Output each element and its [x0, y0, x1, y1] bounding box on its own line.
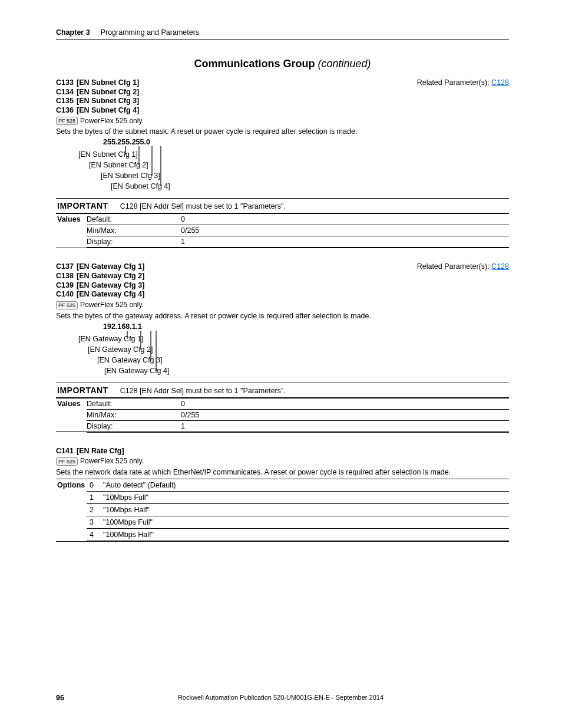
- param-code: C133: [56, 78, 77, 88]
- option-text: "Auto detect" (Default): [103, 479, 509, 492]
- value-minmax: 0/255: [181, 409, 509, 420]
- gateway-param-list: C137[EN Gateway Cfg 1] C138[EN Gateway C…: [56, 262, 144, 299]
- rate-options-table: Options 0 "Auto detect" (Default) 1 "10M…: [56, 479, 509, 542]
- subnet-param-header: C133[EN Subnet Cfg 1] C134[EN Subnet Cfg…: [56, 78, 509, 116]
- important-label: IMPORTANT: [56, 386, 120, 395]
- group-title: Communications Group (continued): [56, 58, 509, 70]
- value-key-display: Display:: [87, 236, 181, 248]
- related-label: Related Parameter(s):: [417, 262, 491, 271]
- related-link[interactable]: C128: [491, 262, 509, 271]
- gateway-bracket-diagram: [EN Gateway Cfg 1] [EN Gateway Cfg 2] [E…: [78, 331, 190, 381]
- page-header: Chapter 3 Programming and Parameters: [0, 0, 562, 40]
- values-header: Values: [56, 214, 87, 248]
- param-name: [EN Subnet Cfg 3]: [77, 97, 139, 105]
- subnet-important-note: IMPORTANT C128 [EN Addr Sel] must be set…: [56, 198, 509, 213]
- param-code: C138: [56, 272, 77, 281]
- option-text: "10Mbps Full": [103, 492, 509, 504]
- value-display: 1: [181, 420, 509, 432]
- gateway-important-note: IMPORTANT C128 [EN Addr Sel] must be set…: [56, 383, 509, 398]
- subnet-param-list: C133[EN Subnet Cfg 1] C134[EN Subnet Cfg…: [56, 78, 139, 116]
- param-name: [EN Subnet Cfg 1]: [77, 78, 139, 87]
- param-name: [EN Gateway Cfg 1]: [77, 262, 144, 271]
- pf525-only-text: PowerFlex 525 only.: [80, 117, 144, 125]
- related-link[interactable]: C128: [491, 78, 509, 87]
- pf525-badge-icon: PF 525: [56, 117, 78, 125]
- rate-param-list: C141[EN Rate Cfg]: [56, 447, 509, 456]
- param-code: C134: [56, 88, 77, 97]
- chapter-label: Chapter 3: [56, 28, 90, 37]
- pf525-only-note: PF 525PowerFlex 525 only.: [56, 301, 509, 309]
- diagram-label: [EN Gateway Cfg 3]: [97, 356, 162, 364]
- pf525-badge-icon: PF 525: [56, 301, 78, 309]
- option-text: "100Mbps Half": [103, 529, 509, 542]
- publication-info: Rockwell Automation Publication 520-UM00…: [64, 694, 497, 702]
- related-parameters: Related Parameter(s): C128: [417, 78, 509, 87]
- gateway-param-header: C137[EN Gateway Cfg 1] C138[EN Gateway C…: [56, 262, 509, 299]
- pf525-badge-icon: PF 525: [56, 457, 78, 466]
- param-code: C137: [56, 262, 77, 272]
- important-text: C128 [EN Addr Sel] must be set to 1 "Par…: [120, 386, 286, 395]
- value-key-display: Display:: [87, 420, 181, 432]
- gateway-values-table: Values Default: 0 Min/Max: 0/255 Display…: [56, 398, 509, 433]
- param-name: [EN Gateway Cfg 3]: [77, 281, 144, 289]
- option-index: 4: [87, 529, 103, 542]
- subnet-description: Sets the bytes of the subnet mask. A res…: [56, 127, 509, 136]
- related-label: Related Parameter(s):: [417, 78, 491, 87]
- rate-description: Sets the network data rate at which Ethe…: [56, 468, 509, 476]
- option-index: 0: [87, 479, 103, 492]
- value-key-minmax: Min/Max:: [87, 225, 181, 236]
- option-index: 2: [87, 504, 103, 516]
- pf525-only-note: PF 525PowerFlex 525 only.: [56, 117, 509, 126]
- value-key-default: Default:: [87, 398, 181, 409]
- option-index: 1: [87, 492, 103, 504]
- gateway-ip-value: 192.168.1.1: [103, 322, 509, 331]
- pf525-only-note: PF 525PowerFlex 525 only.: [56, 457, 509, 466]
- subnet-values-table: Values Default: 0 Min/Max: 0/255 Display…: [56, 213, 509, 248]
- gateway-description: Sets the bytes of the gateway address. A…: [56, 312, 509, 320]
- important-label: IMPORTANT: [56, 201, 120, 210]
- subnet-bracket-diagram: [EN Subnet Cfg 1] [EN Subnet Cfg 2] [EN …: [78, 146, 184, 197]
- page-footer: 96 Rockwell Automation Publication 520-U…: [56, 694, 509, 702]
- diagram-label: [EN Gateway Cfg 4]: [104, 367, 169, 375]
- important-text: C128 [EN Addr Sel] must be set to 1 "Par…: [120, 201, 286, 210]
- option-text: "10Mbps Half": [103, 504, 509, 516]
- values-header: Values: [56, 398, 87, 432]
- value-display: 1: [181, 236, 509, 248]
- diagram-label: [EN Subnet Cfg 2]: [89, 161, 148, 169]
- group-title-continued: (continued): [318, 58, 371, 70]
- param-code: C140: [56, 290, 77, 299]
- option-index: 3: [87, 516, 103, 529]
- param-code: C136: [56, 106, 77, 116]
- header-row: Chapter 3 Programming and Parameters: [56, 28, 509, 40]
- diagram-label: [EN Subnet Cfg 3]: [101, 172, 160, 180]
- chapter-title: Programming and Parameters: [101, 28, 199, 37]
- related-parameters: Related Parameter(s): C128: [417, 262, 509, 271]
- subnet-ip-value: 255.255.255.0: [103, 138, 509, 146]
- param-code: C135: [56, 97, 77, 106]
- pf525-only-text: PowerFlex 525 only.: [80, 301, 144, 309]
- param-code: C139: [56, 281, 77, 291]
- group-title-text: Communications Group: [194, 58, 315, 70]
- diagram-label: [EN Gateway Cfg 2]: [88, 345, 153, 354]
- value-key-minmax: Min/Max:: [87, 409, 181, 420]
- value-default: 0: [181, 398, 509, 409]
- param-name: [EN Gateway Cfg 4]: [77, 290, 144, 298]
- gateway-ip-diagram: 192.168.1.1 [EN Gateway Cfg 1] [EN Gatew…: [74, 322, 509, 381]
- pf525-only-text: PowerFlex 525 only.: [80, 457, 144, 465]
- param-name: [EN Subnet Cfg 2]: [77, 88, 139, 96]
- param-name: [EN Gateway Cfg 2]: [77, 272, 144, 280]
- diagram-label: [EN Subnet Cfg 4]: [111, 182, 170, 190]
- diagram-label: [EN Gateway Cfg 1]: [78, 335, 143, 343]
- value-key-default: Default:: [87, 214, 181, 225]
- options-header: Options: [56, 479, 87, 542]
- option-text: "100Mbps Full": [103, 516, 509, 529]
- page-number: 96: [56, 694, 64, 702]
- param-name: [EN Subnet Cfg 4]: [77, 106, 139, 114]
- param-name: [EN Rate Cfg]: [77, 447, 124, 455]
- diagram-label: [EN Subnet Cfg 1]: [78, 150, 138, 159]
- value-minmax: 0/255: [181, 225, 509, 236]
- page-content: Communications Group (continued) C133[EN…: [0, 58, 562, 542]
- subnet-ip-diagram: 255.255.255.0 [EN Subnet Cfg 1] [EN Subn…: [74, 138, 509, 197]
- value-default: 0: [181, 214, 509, 225]
- param-code: C141: [56, 447, 77, 456]
